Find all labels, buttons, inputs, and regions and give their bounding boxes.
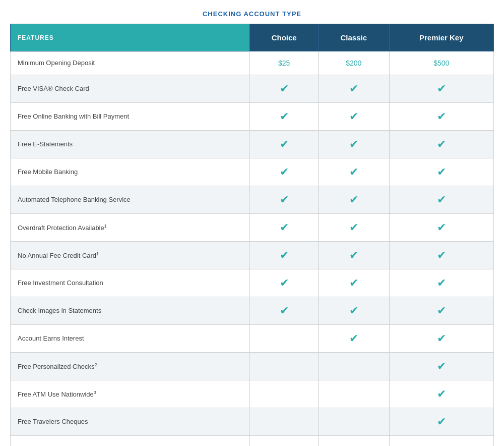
col1-cell: ✔: [250, 214, 319, 242]
col2-cell: ✔: [319, 103, 390, 131]
col1-cell: ✔: [250, 75, 319, 103]
col2-cell: ✔: [319, 297, 390, 325]
table-row: Free Online Banking with Bill Payment✔✔✔: [11, 103, 494, 131]
feature-label: Automated Telephone Banking Service: [16, 196, 131, 203]
col3-cell: ✔: [389, 242, 493, 269]
col3-cell: ✔: [389, 158, 493, 186]
col2-cell: ✔: [319, 158, 390, 186]
col2-cell: $200: [319, 51, 390, 75]
col1-cell: ✔: [250, 297, 319, 325]
col2-cell: [319, 380, 390, 408]
table-row: Free Investment Consultation✔✔✔: [11, 269, 494, 297]
table-row: Free VISA® Check Card✔✔✔: [11, 75, 494, 103]
table-row: Automated Telephone Banking Service✔✔✔: [11, 186, 494, 214]
col1-cell: [250, 436, 319, 446]
feature-label: Account Earns Interest: [16, 334, 84, 342]
col2-cell: ✔: [319, 131, 390, 158]
col1-cell: ✔: [250, 242, 319, 269]
col2-cell: ✔: [319, 269, 390, 297]
feature-label: Check Images in Statements: [16, 307, 101, 314]
col3-cell: ✔: [389, 214, 493, 242]
col1-cell: ✔: [250, 158, 319, 186]
col2-cell: ✔: [319, 186, 390, 214]
table-row: Free Mobile Banking✔✔✔: [11, 158, 494, 186]
col1-cell: ✔: [250, 186, 319, 214]
col1-cell: ✔: [250, 269, 319, 297]
col3-cell: $500: [389, 51, 493, 75]
features-header: FEATURES: [11, 24, 250, 51]
col1-cell: [250, 408, 319, 436]
col3-cell: ✔: [389, 131, 493, 158]
col2-cell: [319, 436, 390, 446]
feature-label: Minimum Opening Deposit: [16, 59, 95, 67]
col3-cell: ✔: [389, 380, 493, 408]
table-row: Account Earns Interest✔✔: [11, 325, 494, 353]
feature-label: Free E-Statements: [16, 140, 73, 148]
col1-cell: $25: [250, 51, 319, 75]
feature-label-cell: Minimum Opening Deposit: [11, 51, 250, 75]
table-row: Free Notary Services✔: [11, 436, 494, 446]
feature-label-cell: Free Notary Services: [11, 436, 250, 446]
comparison-table: FEATURES Choice Classic Premier Key Mini…: [10, 24, 494, 446]
col2-cell: ✔: [319, 325, 390, 353]
table-row: Free Travelers Cheques✔: [11, 408, 494, 436]
col1-cell: [250, 325, 319, 353]
feature-label: Free Online Banking with Bill Payment: [16, 113, 129, 120]
col2-cell: ✔: [319, 242, 390, 269]
col3-cell: ✔: [389, 325, 493, 353]
col1-cell: [250, 380, 319, 408]
feature-label-cell: Account Earns Interest: [11, 325, 250, 353]
col1-header: Choice: [250, 24, 319, 51]
col2-cell: [319, 408, 390, 436]
feature-label-cell: Check Images in Statements: [11, 297, 250, 325]
col3-cell: ✔: [389, 436, 493, 446]
col1-cell: ✔: [250, 103, 319, 131]
col3-cell: ✔: [389, 75, 493, 103]
table-row: Free E-Statements✔✔✔: [11, 131, 494, 158]
feature-label-cell: Free VISA® Check Card: [11, 75, 250, 103]
section-title: CHECKING ACCOUNT TYPE: [10, 10, 494, 18]
feature-label: Free Travelers Cheques: [16, 418, 88, 425]
table-row: Overdraft Protection Available1✔✔✔: [11, 214, 494, 242]
col1-cell: ✔: [250, 131, 319, 158]
col3-cell: ✔: [389, 186, 493, 214]
feature-label: Free Mobile Banking: [16, 168, 78, 176]
feature-label-cell: Free Investment Consultation: [11, 269, 250, 297]
col2-header: Classic: [319, 24, 390, 51]
feature-label: Free Investment Consultation: [16, 279, 103, 287]
col3-cell: ✔: [389, 353, 493, 380]
col1-cell: [250, 353, 319, 380]
feature-label-cell: Free E-Statements: [11, 131, 250, 158]
feature-label: Free ATM Use Nationwide3: [16, 391, 96, 398]
feature-label: Free VISA® Check Card: [16, 85, 89, 92]
col3-header: Premier Key: [389, 24, 493, 51]
col3-cell: ✔: [389, 297, 493, 325]
col2-cell: ✔: [319, 75, 390, 103]
feature-label-cell: No Annual Fee Credit Card1: [11, 242, 250, 269]
feature-label-cell: Free Mobile Banking: [11, 158, 250, 186]
col2-cell: ✔: [319, 214, 390, 242]
feature-label-cell: Free Online Banking with Bill Payment: [11, 103, 250, 131]
table-row: Free Personalized Checks2✔: [11, 353, 494, 380]
feature-label: No Annual Fee Credit Card1: [16, 252, 99, 259]
col2-cell: [319, 353, 390, 380]
feature-label-cell: Free Travelers Cheques: [11, 408, 250, 436]
feature-label-cell: Overdraft Protection Available1: [11, 214, 250, 242]
feature-label: Free Personalized Checks2: [16, 363, 97, 370]
table-row: Free ATM Use Nationwide3✔: [11, 380, 494, 408]
col3-cell: ✔: [389, 103, 493, 131]
col3-cell: ✔: [389, 408, 493, 436]
feature-label-cell: Automated Telephone Banking Service: [11, 186, 250, 214]
feature-label: Overdraft Protection Available1: [16, 224, 107, 232]
feature-label-cell: Free Personalized Checks2: [11, 353, 250, 380]
table-row: No Annual Fee Credit Card1✔✔✔: [11, 242, 494, 269]
feature-label-cell: Free ATM Use Nationwide3: [11, 380, 250, 408]
table-row: Minimum Opening Deposit$25$200$500: [11, 51, 494, 75]
page-wrapper: CHECKING ACCOUNT TYPE FEATURES Choice Cl…: [0, 0, 504, 446]
col3-cell: ✔: [389, 269, 493, 297]
table-row: Check Images in Statements✔✔✔: [11, 297, 494, 325]
